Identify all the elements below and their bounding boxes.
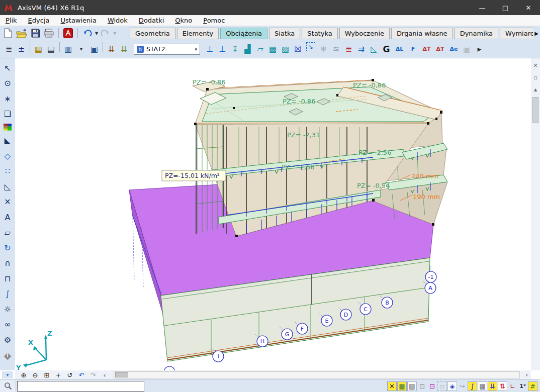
maximize-button[interactable]: □ — [494, 0, 517, 15]
exponent-format-icon[interactable]: 1² — [518, 381, 527, 391]
horizontal-scroll-thumb[interactable] — [115, 372, 128, 377]
snow-load-icon[interactable]: ❄ — [317, 42, 330, 56]
perspective-icon[interactable]: ◈ — [447, 381, 457, 391]
dimension-lines-icon[interactable]: ✕ — [2, 197, 14, 208]
delete-selection-icon[interactable]: ✕ — [387, 381, 397, 391]
model-viewport[interactable]: PZ= -0,86 PZ= -0,86 PZ= -0,86 PZ= -2,31 … — [15, 58, 531, 370]
close-pane-icon[interactable]: ✕ — [533, 60, 537, 70]
tab-statyka[interactable]: Statyka — [302, 28, 337, 39]
tab-scroll-right-icon[interactable]: ▶ — [533, 31, 540, 36]
rotate-icon[interactable]: ◇ — [2, 150, 14, 161]
tab-wyboczenie[interactable]: Wyboczenie — [339, 28, 390, 39]
save-file-icon[interactable] — [30, 27, 41, 39]
workplanes-icon[interactable]: ▱ — [2, 227, 14, 238]
search-icon[interactable] — [0, 380, 16, 392]
redo-icon[interactable] — [100, 27, 111, 39]
views-icon[interactable]: ∗ — [2, 93, 14, 104]
selection-icon[interactable]: ↖ — [2, 62, 14, 73]
menu-plik[interactable]: Plik — [0, 16, 23, 25]
length-change-icon[interactable]: ΔL — [393, 42, 406, 56]
menu-widok[interactable]: Widok — [102, 16, 133, 25]
scroll-right-icon[interactable]: › — [525, 371, 531, 378]
scroll-left-icon[interactable]: ‹ — [101, 371, 108, 379]
horizontal-scrollbar[interactable] — [114, 371, 520, 378]
tab-drgania-wlasne[interactable]: Drgania własne — [391, 28, 453, 39]
menu-ustawienia[interactable]: Ustawienia — [55, 16, 102, 25]
tab-elementy[interactable]: Elementy — [177, 28, 219, 39]
translate-icon[interactable]: ◣ — [2, 135, 14, 146]
load-cases-icon[interactable]: ⇊ — [105, 42, 118, 56]
zoom-fit-icon[interactable]: ⊞ — [43, 371, 50, 379]
tab-dynamika[interactable]: Dynamika — [455, 28, 498, 39]
table-info-icon[interactable]: ▤ — [407, 381, 417, 391]
search-input[interactable] — [17, 381, 144, 391]
part-display-icon[interactable]: # — [528, 381, 537, 391]
info-icon[interactable]: ◆ — [2, 350, 14, 361]
ramp-load-icon[interactable]: ▟ — [241, 42, 254, 56]
open-file-icon[interactable] — [15, 27, 29, 39]
thermal-load-surface-icon[interactable]: ΔT — [433, 42, 447, 56]
menu-dodatki[interactable]: Dodatki — [133, 16, 169, 25]
prev-window-icon[interactable]: ⊡ — [417, 381, 427, 391]
pdf-export-icon[interactable] — [62, 27, 74, 39]
table-browser-icon[interactable]: ▦ — [32, 42, 45, 56]
tab-siatka[interactable]: Siatka — [269, 28, 300, 39]
restore-pane-icon[interactable]: ▫ — [533, 72, 537, 82]
surface-load-icon[interactable]: ↧ — [229, 42, 241, 56]
tab-obciazenia[interactable]: Obciążenia — [220, 28, 267, 39]
section-forces-icon[interactable]: ∫ — [2, 288, 14, 300]
pan-icon[interactable]: + — [55, 371, 62, 379]
close-button[interactable]: ✕ — [517, 0, 540, 15]
minimize-button[interactable]: — — [471, 0, 494, 15]
settings-icon[interactable]: ⚙ — [2, 334, 14, 345]
new-file-icon[interactable] — [3, 27, 14, 39]
guidelines-icon[interactable]: ∷ — [2, 166, 14, 177]
layers-icon[interactable]: ≣ — [3, 42, 15, 56]
menu-okno[interactable]: Okno — [169, 16, 198, 25]
rotate-view-icon[interactable]: ↺ — [66, 371, 73, 379]
column-load-icon[interactable]: ☒ — [292, 42, 304, 56]
tension-force-icon[interactable]: F — [406, 42, 420, 56]
parts-icon[interactable]: ❏ — [2, 109, 14, 120]
moving-load-icon[interactable]: ⇉ — [355, 42, 368, 56]
nodal-load-icon[interactable]: ⊥ — [204, 42, 216, 56]
text-annotation-icon[interactable]: A — [2, 212, 14, 223]
edge-load-icon[interactable]: ⊥ — [216, 42, 229, 56]
left-toolbar-overflow-icon[interactable]: ▾ — [2, 371, 13, 378]
scroll-up-icon[interactable]: ▲ — [534, 84, 537, 94]
chevron-down-icon[interactable]: ▾ — [74, 42, 88, 56]
zoom-out-icon[interactable]: ⊖ — [32, 371, 39, 379]
thermal-load-beam-icon[interactable]: ΔT — [420, 42, 433, 56]
redo-chevron-down-icon[interactable]: ▼ — [113, 31, 116, 36]
save-to-library-icon[interactable]: ▣ — [88, 42, 101, 56]
flashlight-icon[interactable]: ☼ — [2, 304, 14, 315]
earth-pressure-icon[interactable]: ◺ — [368, 42, 380, 56]
load-groups-icon[interactable]: ⇊ — [118, 42, 130, 56]
section-line-icon[interactable]: ⊓ — [2, 273, 14, 284]
chevron-down-icon[interactable]: ▾ — [195, 47, 197, 52]
geometry-tools-icon[interactable]: ◺ — [2, 181, 14, 192]
renumbering-icon[interactable]: ↻ — [2, 242, 14, 253]
reactions-icon[interactable]: ⇅ — [498, 381, 507, 391]
color-coding-icon[interactable] — [4, 124, 12, 131]
print-icon[interactable] — [43, 27, 55, 39]
tab-wymiarowanie-zelbet[interactable]: Wymiarowanie - Żelbet — [500, 28, 533, 39]
grid-snap-icon[interactable]: ▦ — [397, 381, 407, 391]
next-window-icon[interactable]: ⊡ — [427, 381, 437, 391]
drawings-library-icon[interactable]: ▥ — [62, 42, 74, 56]
section-display-icon[interactable]: ∫ — [468, 381, 477, 391]
vertical-scroll-thumb[interactable] — [532, 97, 538, 123]
plate-load-icon[interactable]: ▱ — [254, 42, 266, 56]
undo-view-icon[interactable]: ↶ — [78, 371, 85, 379]
disabled-load-icon[interactable]: ▣ — [461, 42, 473, 56]
support-displacement-icon[interactable]: Δe — [447, 42, 461, 56]
imperfection-icon[interactable]: ≣ — [342, 42, 355, 56]
dome-load-icon[interactable]: ▨ — [279, 42, 292, 56]
wind-load-icon[interactable]: ≋ — [330, 42, 342, 56]
local-axes-icon[interactable]: ∟ — [508, 381, 517, 391]
frame-builder-icon[interactable]: ∩ — [2, 258, 14, 269]
undo-icon[interactable] — [81, 27, 93, 39]
unused-icon[interactable]: ▫ — [437, 381, 447, 391]
derive-load-icon[interactable]: ↘ — [306, 42, 315, 51]
self-weight-icon[interactable]: G — [380, 42, 393, 56]
